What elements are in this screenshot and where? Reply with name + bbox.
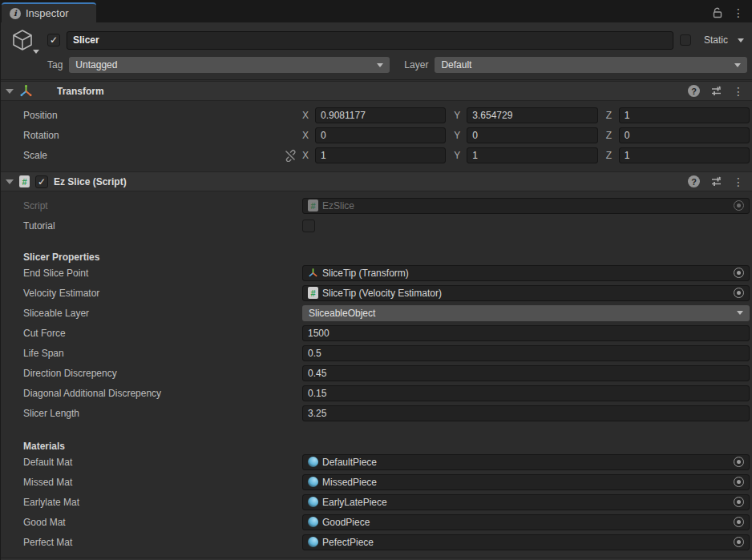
axis-x-label: X [302, 150, 311, 161]
axis-z-label: Z [606, 110, 615, 121]
axis-x-label: X [302, 110, 311, 121]
help-icon[interactable]: ? [688, 175, 700, 187]
property-label: End Slice Point [1, 268, 302, 279]
velocity-estimator-field[interactable]: # SliceTip (Velocity Estimator) [302, 285, 750, 301]
property-label: Rotation [1, 130, 302, 141]
rotation-z-field[interactable]: 0 [619, 127, 750, 143]
scale-row: Scale X 1 Y 1 Z 1 [1, 145, 752, 165]
gameobject-icon[interactable] [4, 28, 41, 52]
ezslice-body: Script # EzSlice Tutorial Slicer Propert… [1, 191, 752, 558]
axis-z-label: Z [606, 130, 615, 141]
default-mat-field[interactable]: DefaultPiece [302, 454, 750, 470]
property-label: Missed Mat [1, 477, 302, 488]
static-checkbox[interactable] [680, 34, 691, 46]
foldout-icon[interactable] [6, 89, 14, 94]
static-label: Static [704, 34, 728, 46]
scale-x-field[interactable]: 1 [315, 147, 446, 163]
presets-icon[interactable] [710, 175, 722, 187]
constrain-proportions-icon[interactable] [284, 149, 297, 162]
ezslice-enabled-checkbox[interactable]: ✓ [35, 175, 48, 188]
script-row: Script # EzSlice [1, 195, 752, 216]
end-slice-point-row: End Slice Point SliceTip (Transform) [1, 263, 752, 283]
help-icon[interactable]: ? [688, 85, 700, 97]
sliceable-layer-dropdown[interactable]: SliceableObject [302, 305, 750, 321]
object-picker-icon[interactable] [734, 517, 744, 527]
script-icon: # [19, 175, 30, 187]
life-span-row: Life Span 0.5 [1, 343, 752, 363]
script-icon: # [308, 199, 318, 212]
missed-mat-row: Missed Mat MissedPiece [1, 472, 752, 492]
active-checkbox[interactable]: ✓ [47, 34, 60, 46]
static-dropdown-caret[interactable] [738, 38, 744, 42]
presets-icon[interactable] [710, 85, 722, 97]
layer-label: Layer [404, 59, 428, 71]
scale-z-field[interactable]: 1 [619, 147, 750, 163]
object-picker-icon[interactable] [734, 200, 744, 211]
rotation-row: Rotation X 0 Y 0 Z 0 [1, 125, 752, 145]
material-icon [308, 517, 318, 527]
material-icon [308, 497, 318, 507]
object-picker-icon[interactable] [734, 497, 744, 507]
rotation-x-field[interactable]: 0 [315, 127, 446, 143]
property-label: Velocity Estimator [1, 288, 302, 299]
property-label: Scale [23, 150, 47, 161]
property-label: Sliceable Layer [1, 308, 302, 319]
property-label: Tutorial [1, 220, 302, 232]
name-field[interactable]: Slicer [67, 31, 673, 50]
dropdown-caret [737, 311, 743, 315]
object-picker-icon[interactable] [734, 477, 744, 487]
tutorial-row: Tutorial [1, 216, 752, 236]
missed-mat-field[interactable]: MissedPiece [302, 474, 750, 490]
good-mat-row: Good Mat GoodPiece [1, 512, 752, 532]
axis-y-label: Y [454, 150, 463, 161]
earlylate-mat-row: Earlylate Mat EarlyLatePiece [1, 492, 752, 512]
scale-y-field[interactable]: 1 [467, 147, 597, 163]
cut-force-field[interactable]: 1500 [302, 325, 750, 341]
component-menu-icon[interactable]: ⋮ [733, 176, 744, 187]
perfect-mat-field[interactable]: PefectPiece [302, 534, 750, 550]
transform-body: Position X 0.9081177 Y 3.654729 Z 1 Rota… [1, 101, 752, 171]
diagonal-additional-discrepency-row: Diagonal Additional Discrepency 0.15 [1, 383, 752, 403]
position-row: Position X 0.9081177 Y 3.654729 Z 1 [1, 105, 752, 125]
property-label: Cut Force [1, 328, 302, 339]
foldout-icon[interactable] [6, 179, 14, 184]
object-picker-icon[interactable] [734, 457, 744, 467]
tab-inspector[interactable]: i Inspector [2, 2, 96, 22]
component-menu-icon[interactable]: ⋮ [733, 86, 744, 97]
good-mat-field[interactable]: GoodPiece [302, 514, 750, 530]
object-picker-icon[interactable] [734, 288, 744, 298]
perfect-mat-row: Perfect Mat PefectPiece [1, 532, 752, 552]
ezslice-header[interactable]: # ✓ Ez Slice (Script) ? ⋮ [1, 171, 752, 191]
position-x-field[interactable]: 0.9081177 [315, 107, 446, 123]
material-icon [308, 457, 318, 467]
default-mat-row: Default Mat DefaultPiece [1, 452, 752, 472]
transform-header[interactable]: Transform ? ⋮ [1, 81, 752, 101]
position-y-field[interactable]: 3.654729 [467, 107, 597, 123]
life-span-field[interactable]: 0.5 [302, 345, 750, 361]
direction-discrepency-field[interactable]: 0.45 [302, 365, 750, 381]
tag-caret [377, 63, 383, 67]
object-picker-icon[interactable] [734, 537, 744, 547]
script-object-field[interactable]: # EzSlice [302, 198, 750, 214]
diagonal-additional-discrepency-field[interactable]: 0.15 [302, 385, 750, 401]
axis-z-label: Z [606, 150, 615, 161]
layer-dropdown[interactable]: Default [435, 57, 747, 73]
unlock-icon[interactable] [712, 7, 723, 18]
object-picker-icon[interactable] [734, 268, 744, 278]
component-title: Transform [57, 86, 104, 97]
direction-discrepency-row: Direction Discrepency 0.45 [1, 363, 752, 383]
component-title: Ez Slice (Script) [54, 176, 127, 187]
rotation-y-field[interactable]: 0 [467, 127, 597, 143]
tab-title: Inspector [26, 7, 68, 19]
velocity-estimator-row: Velocity Estimator # SliceTip (Velocity … [1, 283, 752, 303]
tutorial-checkbox[interactable] [302, 220, 315, 232]
axis-y-label: Y [454, 110, 463, 121]
layer-caret [734, 63, 741, 67]
position-z-field[interactable]: 1 [619, 107, 750, 123]
window-menu-icon[interactable]: ⋮ [733, 7, 744, 18]
earlylate-mat-field[interactable]: EarlyLatePiece [302, 494, 750, 510]
tag-dropdown[interactable]: Untagged [69, 57, 390, 73]
slicer-length-field[interactable]: 3.25 [302, 405, 750, 421]
property-label: Good Mat [1, 517, 302, 528]
end-slice-point-field[interactable]: SliceTip (Transform) [302, 265, 750, 281]
